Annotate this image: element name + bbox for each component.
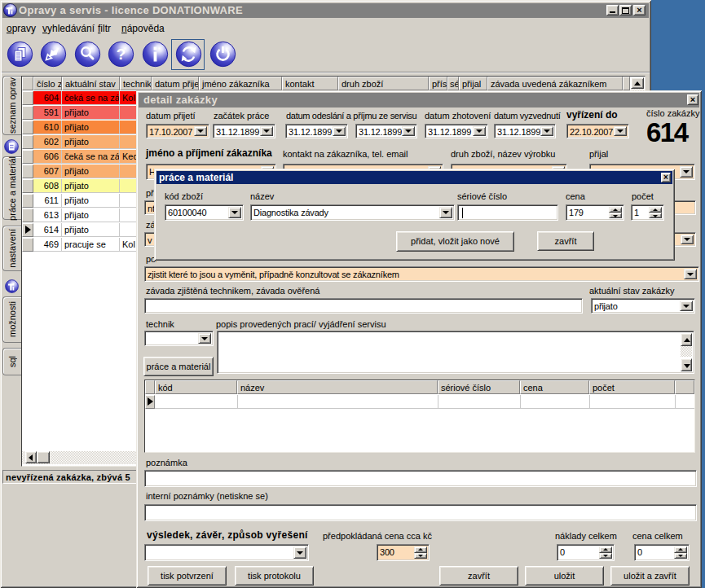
svg-text:?: ? <box>117 46 126 63</box>
